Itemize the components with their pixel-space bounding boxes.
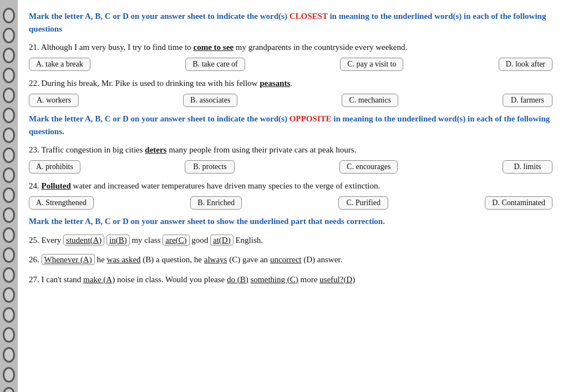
- q21-underlined: come to see: [194, 43, 234, 52]
- binding-loop: [3, 387, 15, 392]
- question-21: 21. Although I am very busy, I try to fi…: [29, 40, 552, 71]
- q26-number: 26.: [29, 255, 39, 264]
- binding-loop: [3, 207, 15, 223]
- question-24-text: 24. Polluted water and increased water t…: [29, 179, 552, 192]
- binding-loop: [3, 347, 15, 363]
- binding-loop: [3, 28, 15, 43]
- spiral-binding: [0, 0, 18, 392]
- q23-option-d[interactable]: D. limits: [503, 160, 552, 174]
- q24-options: A. Strengthened B. Enriched C. Purified …: [29, 196, 552, 210]
- binding-loop: [3, 88, 15, 103]
- q22-option-a[interactable]: A. workers: [29, 94, 79, 107]
- binding-loop: [3, 128, 15, 143]
- q25-number: 25.: [29, 236, 39, 245]
- binding-loop: [3, 287, 15, 303]
- binding-loop: [3, 108, 15, 123]
- q26-always: always: [204, 255, 227, 264]
- instruction-correction: Mark the letter A, B, C or D on your ans…: [29, 215, 552, 228]
- question-27: 27. I can't stand make (A) noise in clas…: [29, 273, 552, 287]
- q22-option-c[interactable]: C. mechanics: [342, 94, 398, 107]
- q27-useful: useful?(D): [320, 275, 355, 284]
- q22-underlined: peasants: [260, 79, 290, 88]
- q23-underlined: deters: [145, 145, 166, 154]
- question-25: 25. Every student(A) in(B) my class are(…: [29, 233, 552, 248]
- question-23: 23. Traffic congestion in big cities det…: [29, 143, 552, 174]
- binding-loop: [3, 147, 15, 163]
- instruction-closest: Mark the letter A, B, C or D on your ans…: [29, 10, 552, 35]
- q23-option-b[interactable]: B. protects: [185, 160, 235, 174]
- q21-option-a[interactable]: A. take a break: [29, 58, 90, 71]
- q22-option-b[interactable]: B. associates: [183, 94, 237, 107]
- q23-number: 23.: [29, 145, 39, 154]
- q27-something: something (C): [250, 275, 298, 284]
- q25-option-a[interactable]: student(A): [63, 235, 104, 246]
- question-27-text: 27. I can't stand make (A) noise in clas…: [29, 273, 552, 287]
- binding-loop: [3, 227, 15, 243]
- q21-options: A. take a break B. take care of C. pay a…: [29, 58, 552, 71]
- binding-loop: [3, 267, 15, 283]
- binding-loop: [3, 187, 15, 203]
- q26-uncorrect: uncorrect: [270, 255, 302, 264]
- q25-option-b[interactable]: in(B): [106, 235, 130, 246]
- closest-label: CLOSEST: [290, 12, 328, 21]
- q27-number: 27.: [29, 275, 39, 284]
- q23-options: A. prohibits B. protects C. encourages D…: [29, 160, 552, 174]
- binding-loop: [3, 247, 15, 263]
- q23-option-a[interactable]: A. prohibits: [29, 160, 80, 174]
- question-21-text: 21. Although I am very busy, I try to fi…: [29, 40, 552, 54]
- q26-option-a[interactable]: Whenever (A): [42, 254, 95, 265]
- question-22-text: 22. During his break, Mr. Pike is used t…: [29, 77, 552, 90]
- q22-option-d[interactable]: D. farmers: [503, 94, 552, 107]
- question-26-text: 26. Whenever (A) he was asked (B) a ques…: [29, 253, 552, 267]
- binding-loop: [3, 367, 15, 383]
- page-wrapper: Mark the letter A, B, C or D on your ans…: [0, 0, 568, 392]
- binding-loop: [3, 48, 15, 63]
- q27-make: make (A): [83, 275, 115, 284]
- question-22: 22. During his break, Mr. Pike is used t…: [29, 77, 552, 107]
- binding-loop: [3, 327, 15, 343]
- binding-loop: [3, 68, 15, 83]
- q24-option-c[interactable]: C. Purified: [338, 196, 388, 210]
- q25-option-c[interactable]: are(C): [163, 235, 189, 246]
- q21-option-b[interactable]: B. take care of: [185, 58, 245, 71]
- binding-loop: [3, 8, 15, 23]
- question-25-text: 25. Every student(A) in(B) my class are(…: [29, 233, 552, 248]
- q27-do: do (B): [227, 275, 248, 284]
- question-24: 24. Polluted water and increased water t…: [29, 179, 552, 210]
- q25-option-d[interactable]: at(D): [210, 235, 234, 246]
- main-content: Mark the letter A, B, C or D on your ans…: [18, 0, 568, 392]
- opposite-label: OPPOSITE: [290, 114, 332, 123]
- instruction-opposite: Mark the letter A, B, C or D on your ans…: [29, 113, 552, 138]
- q24-option-a[interactable]: A. Strengthened: [29, 196, 94, 210]
- q21-number: 21.: [29, 43, 39, 52]
- q24-underlined: Polluted: [42, 181, 71, 190]
- question-23-text: 23. Traffic congestion in big cities det…: [29, 143, 552, 156]
- q24-option-d[interactable]: D. Contaminated: [485, 196, 552, 210]
- q24-number: 24.: [29, 181, 39, 190]
- q22-number: 22.: [29, 79, 39, 88]
- binding-loop: [3, 307, 15, 323]
- q22-options: A. workers B. associates C. mechanics D.…: [29, 94, 552, 107]
- question-26: 26. Whenever (A) he was asked (B) a ques…: [29, 253, 552, 267]
- q24-option-b[interactable]: B. Enriched: [190, 196, 242, 210]
- q23-option-c[interactable]: C. encourages: [339, 160, 398, 174]
- q26-was-asked: was asked: [106, 255, 140, 264]
- binding-loop: [3, 167, 15, 183]
- q21-option-d[interactable]: D. look after: [499, 58, 552, 71]
- q21-option-c[interactable]: C. pay a visit to: [340, 58, 403, 71]
